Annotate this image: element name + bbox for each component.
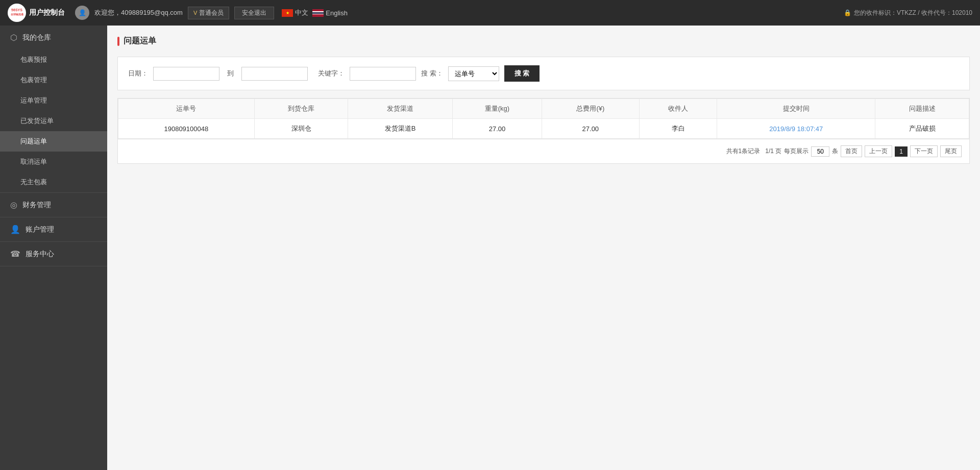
avatar: 👤 — [75, 6, 89, 20]
lang-cn-button[interactable]: ★ 中文 — [282, 8, 308, 17]
waybill-table: 运单号 到货仓库 发货渠道 重量(kg) 总费用(¥) 收件人 提交时间 问题描… — [118, 98, 969, 139]
date-to-separator: 到 — [225, 69, 236, 78]
main-content: 问题运单 日期： 到 关键字： 搜 索： 运单号 收件人 搜 索 运单号 — [107, 26, 980, 470]
sidebar-waybill-management-label: 运单管理 — [20, 96, 47, 104]
account-icon: 👤 — [10, 225, 20, 234]
col-channel: 发货渠道 — [348, 99, 452, 119]
logo: 56SYS 全球物流通 用户控制台 — [8, 4, 65, 22]
identifier-bar: 🔒 您的收件标识：VTKZZ / 收件代号：102010 — [844, 9, 972, 17]
col-total-cost: 总费用(¥) — [542, 99, 640, 119]
sidebar-package-management-label: 包裹管理 — [20, 76, 47, 84]
date-to-input[interactable] — [241, 67, 308, 81]
pagination-bar: 共有1条记录 1/1 页 每页展示 条 首页 上一页 1 下一页 尾页 — [117, 139, 970, 164]
page-title-bar: 问题运单 — [117, 36, 970, 46]
date-label: 日期： — [128, 69, 148, 78]
search-bar: 日期： 到 关键字： 搜 索： 运单号 收件人 搜 索 — [117, 57, 970, 90]
per-page-input[interactable] — [811, 146, 829, 157]
cell-submit-time: 2019/8/9 18:07:47 — [717, 119, 875, 139]
data-table-container: 运单号 到货仓库 发货渠道 重量(kg) 总费用(¥) 收件人 提交时间 问题描… — [117, 98, 970, 139]
cell-warehouse: 深圳仓 — [254, 119, 348, 139]
page-title: 问题运单 — [124, 36, 156, 46]
sidebar-item-my-warehouse[interactable]: ⬡ 我的仓库 — [0, 26, 107, 50]
vip-badge: V 普通会员 — [188, 7, 229, 19]
table-row: 190809100048 深圳仓 发货渠道B 27.00 27.00 李白 20… — [118, 119, 969, 139]
sidebar-section-finance: ◎ 财务管理 — [0, 193, 107, 217]
cell-problem-desc[interactable]: 产品破损 — [875, 119, 969, 139]
sidebar-item-cancel-waybills[interactable]: 取消运单 — [0, 152, 107, 172]
service-icon: ☎ — [10, 249, 20, 259]
per-page-label: 每页展示 — [784, 147, 808, 156]
page-info: 1/1 页 — [765, 147, 781, 156]
date-from-input[interactable] — [153, 67, 219, 81]
sidebar-item-package-management[interactable]: 包裹管理 — [0, 70, 107, 90]
cell-weight: 27.00 — [452, 119, 542, 139]
keyword-input[interactable] — [350, 67, 416, 81]
lock-icon: 🔒 — [844, 9, 851, 16]
lang-cn-label: 中文 — [295, 8, 308, 17]
header: 56SYS 全球物流通 用户控制台 👤 欢迎您，409889195@qq.com… — [0, 0, 980, 26]
search-type-label: 搜 索： — [421, 69, 443, 78]
sidebar-package-pre-report-label: 包裹预报 — [20, 56, 47, 63]
language-switcher: ★ 中文 English — [282, 8, 348, 17]
prev-page-button[interactable]: 上一页 — [865, 145, 892, 157]
table-body: 190809100048 深圳仓 发货渠道B 27.00 27.00 李白 20… — [118, 119, 969, 139]
sidebar-section-service: ☎ 服务中心 — [0, 242, 107, 266]
logo-icon: 56SYS 全球物流通 — [8, 4, 26, 22]
finance-icon: ◎ — [10, 200, 17, 210]
sidebar: ⬡ 我的仓库 包裹预报 包裹管理 运单管理 已发货运单 问题运单 取消运单 — [0, 26, 107, 470]
flag-th-icon — [312, 9, 324, 17]
col-problem-desc: 问题描述 — [875, 99, 969, 119]
sidebar-shipped-waybills-label: 已发货运单 — [20, 117, 54, 125]
sidebar-item-ownerless-packages[interactable]: 无主包裹 — [0, 172, 107, 192]
lang-en-button[interactable]: English — [312, 9, 348, 17]
sidebar-item-shipped-waybills[interactable]: 已发货运单 — [0, 111, 107, 131]
sidebar-item-problem-waybills[interactable]: 问题运单 — [0, 131, 107, 152]
sidebar-item-finance[interactable]: ◎ 财务管理 — [0, 193, 107, 217]
cell-waybill-no[interactable]: 190809100048 — [118, 119, 255, 139]
welcome-text: 欢迎您，409889195@qq.com — [94, 8, 183, 17]
total-records: 共有1条记录 — [726, 147, 761, 156]
next-page-button[interactable]: 下一页 — [910, 145, 938, 157]
flag-cn-icon: ★ — [282, 9, 293, 17]
sidebar-section-warehouse: ⬡ 我的仓库 包裹预报 包裹管理 运单管理 已发货运单 问题运单 取消运单 — [0, 26, 107, 193]
sidebar-item-waybill-management[interactable]: 运单管理 — [0, 90, 107, 111]
col-submit-time: 提交时间 — [717, 99, 875, 119]
sidebar-item-service[interactable]: ☎ 服务中心 — [0, 242, 107, 266]
sidebar-warehouse-label: 我的仓库 — [22, 33, 51, 42]
keyword-label: 关键字： — [318, 69, 345, 78]
title-accent — [117, 37, 119, 46]
warehouse-icon: ⬡ — [10, 33, 17, 42]
identifier-text: 您的收件标识：VTKZZ / 收件代号：102010 — [854, 9, 972, 17]
control-panel-label: 用户控制台 — [29, 8, 65, 17]
sidebar-account-label: 账户管理 — [26, 225, 54, 234]
cell-channel: 发货渠道B — [348, 119, 452, 139]
vip-icon: V — [193, 10, 197, 16]
col-warehouse: 到货仓库 — [254, 99, 348, 119]
cell-recipient: 李白 — [639, 119, 717, 139]
table-header: 运单号 到货仓库 发货渠道 重量(kg) 总费用(¥) 收件人 提交时间 问题描… — [118, 99, 969, 119]
sidebar-problem-waybills-label: 问题运单 — [20, 137, 47, 145]
main-layout: ⬡ 我的仓库 包裹预报 包裹管理 运单管理 已发货运单 问题运单 取消运单 — [0, 26, 980, 470]
sidebar-finance-label: 财务管理 — [22, 201, 51, 210]
logout-button[interactable]: 安全退出 — [234, 7, 274, 19]
sidebar-item-package-pre-report[interactable]: 包裹预报 — [0, 50, 107, 70]
search-button[interactable]: 搜 索 — [504, 65, 540, 82]
sidebar-ownerless-packages-label: 无主包裹 — [20, 178, 47, 186]
last-page-button[interactable]: 尾页 — [940, 145, 962, 157]
col-weight: 重量(kg) — [452, 99, 542, 119]
svg-text:全球物流通: 全球物流通 — [11, 13, 24, 16]
search-type-select[interactable]: 运单号 收件人 — [448, 66, 499, 81]
per-page-unit: 条 — [832, 147, 838, 156]
vip-label: 普通会员 — [199, 9, 224, 17]
svg-text:56SYS: 56SYS — [11, 8, 22, 12]
first-page-button[interactable]: 首页 — [841, 145, 862, 157]
sidebar-service-label: 服务中心 — [26, 250, 54, 259]
current-page-button[interactable]: 1 — [895, 146, 908, 157]
col-waybill-no: 运单号 — [118, 99, 255, 119]
sidebar-section-account: 👤 账户管理 — [0, 217, 107, 242]
sidebar-item-account[interactable]: 👤 账户管理 — [0, 217, 107, 241]
lang-en-label: English — [326, 9, 348, 17]
sidebar-cancel-waybills-label: 取消运单 — [20, 158, 47, 165]
cell-total-cost: 27.00 — [542, 119, 640, 139]
col-recipient: 收件人 — [639, 99, 717, 119]
